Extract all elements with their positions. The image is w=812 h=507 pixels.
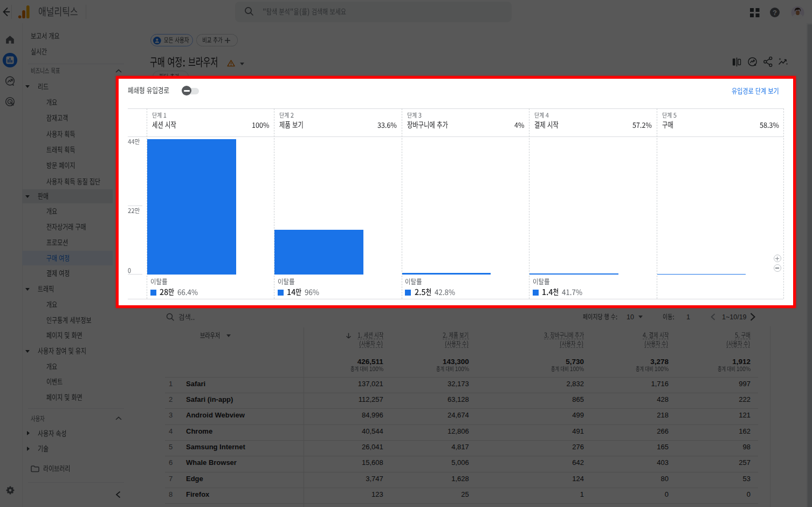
svg-text:?: ? xyxy=(773,9,777,17)
